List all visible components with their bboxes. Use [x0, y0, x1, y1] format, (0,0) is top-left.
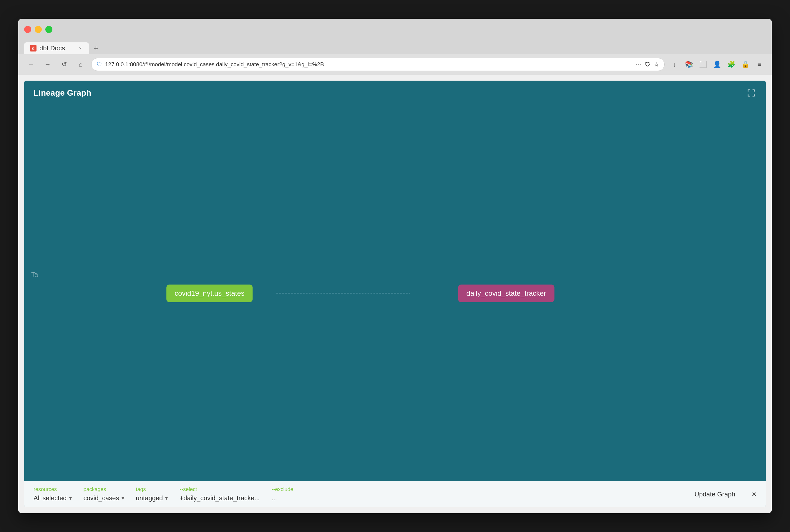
profile-icon[interactable]: 👤 — [712, 59, 722, 70]
back-button[interactable]: ← — [25, 59, 37, 70]
resources-control: resources All selected ▾ — [34, 487, 72, 502]
packages-select[interactable]: covid_cases ▾ — [83, 494, 124, 502]
connection-line — [24, 105, 766, 481]
expand-button[interactable] — [746, 88, 756, 98]
select-input[interactable]: +daily_covid_state_tracke... — [180, 494, 260, 502]
dbt-icon: d — [30, 45, 37, 52]
new-tab-button[interactable]: + — [90, 42, 102, 54]
forward-button[interactable]: → — [42, 59, 54, 70]
download-icon[interactable]: ↓ — [669, 59, 680, 70]
select-control: --select +daily_covid_state_tracke... — [180, 487, 260, 502]
extensions-icon[interactable]: 🧩 — [726, 59, 736, 70]
packages-value: covid_cases — [83, 494, 119, 502]
title-bar — [18, 19, 772, 40]
tab-dbt-docs[interactable]: d dbt Docs × — [24, 42, 89, 54]
bottom-controls: resources All selected ▾ packages covid_… — [24, 481, 766, 507]
graph-area: Ta covid19_nyt.us_states daily_covid_sta… — [24, 105, 766, 481]
page-content: Lineage Graph Ta covid19_nyt.us_states — [18, 75, 772, 513]
node-source-label: covid19_nyt.us_states — [174, 289, 244, 297]
traffic-light-red[interactable] — [24, 26, 31, 33]
exclude-input[interactable]: ... — [271, 494, 293, 502]
resources-chevron: ▾ — [69, 495, 72, 501]
close-controls-button[interactable]: × — [752, 490, 756, 498]
secure-icon: 🛡 — [645, 61, 651, 68]
select-label: --select — [180, 487, 260, 493]
tags-select[interactable]: untagged ▾ — [136, 494, 168, 502]
bookmark-icon[interactable]: ☆ — [654, 61, 659, 68]
nav-icons: ↓ 📚 ⬜ 👤 🧩 🔒 ≡ — [669, 59, 765, 70]
menu-icon[interactable]: ≡ — [754, 59, 765, 70]
tags-chevron: ▾ — [165, 495, 168, 501]
browser-chrome: d dbt Docs × + ← → ↺ ⌂ 🛡 127.0.0.1:8080/… — [18, 19, 772, 75]
node-target-label: daily_covid_state_tracker — [467, 289, 546, 297]
shield-icon: 🛡 — [97, 61, 102, 68]
lineage-title: Lineage Graph — [34, 88, 91, 98]
exclude-label: --exclude — [271, 487, 293, 493]
tags-label: tags — [136, 487, 168, 493]
packages-chevron: ▾ — [121, 495, 124, 501]
traffic-light-green[interactable] — [45, 26, 52, 33]
exclude-value: ... — [271, 494, 277, 502]
tags-control: tags untagged ▾ — [136, 487, 168, 502]
select-value: +daily_covid_state_tracke... — [180, 494, 260, 502]
address-bar[interactable]: 🛡 127.0.0.1:8080/#!/model/model.covid_ca… — [91, 58, 665, 71]
refresh-button[interactable]: ↺ — [58, 59, 70, 70]
exclude-control: --exclude ... — [271, 487, 293, 502]
resources-select[interactable]: All selected ▾ — [34, 494, 72, 502]
node-target[interactable]: daily_covid_state_tracker — [458, 285, 554, 302]
traffic-light-yellow[interactable] — [35, 26, 42, 33]
tabs-icon[interactable]: ⬜ — [698, 59, 708, 70]
lineage-graph-container: Lineage Graph Ta covid19_nyt.us_states — [24, 81, 766, 507]
address-bar-menu[interactable]: ··· — [636, 61, 642, 68]
tags-value: untagged — [136, 494, 163, 502]
tab-close-button[interactable]: × — [78, 45, 83, 51]
packages-label: packages — [83, 487, 124, 493]
tabs-bar: d dbt Docs × + — [18, 40, 772, 54]
lineage-header: Lineage Graph — [24, 81, 766, 105]
browser-window: d dbt Docs × + ← → ↺ ⌂ 🛡 127.0.0.1:8080/… — [18, 19, 772, 513]
home-button[interactable]: ⌂ — [75, 59, 87, 70]
bookmarks-icon[interactable]: 📚 — [683, 59, 694, 70]
node-source[interactable]: covid19_nyt.us_states — [166, 285, 252, 302]
url-text: 127.0.0.1:8080/#!/model/model.covid_case… — [105, 61, 633, 68]
update-graph-button[interactable]: Update Graph — [690, 488, 740, 500]
resources-value: All selected — [34, 494, 67, 502]
tab-label: dbt Docs — [39, 44, 65, 52]
traffic-lights — [24, 26, 52, 33]
lock-icon[interactable]: 🔒 — [740, 59, 751, 70]
resources-label: resources — [34, 487, 72, 493]
packages-control: packages covid_cases ▾ — [83, 487, 124, 502]
nav-bar: ← → ↺ ⌂ 🛡 127.0.0.1:8080/#!/model/model.… — [18, 54, 772, 75]
